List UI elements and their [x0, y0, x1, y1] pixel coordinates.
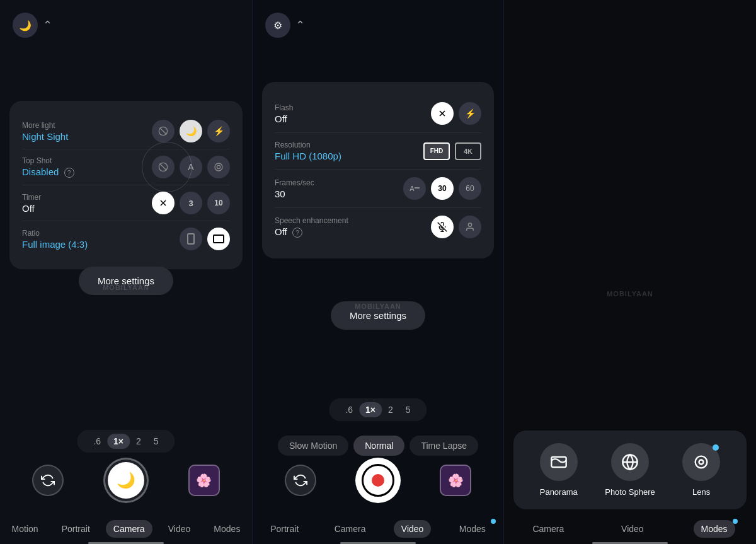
flash-value: Off — [275, 113, 431, 124]
timer-info: Timer Off — [22, 193, 41, 214]
resolution-label: Resolution — [275, 141, 423, 149]
video-shutter-button[interactable] — [355, 458, 401, 503]
gallery-thumbnail-p2[interactable]: 🌸 — [440, 465, 471, 496]
panorama-label: Panorama — [540, 487, 578, 497]
svg-rect-12 — [415, 187, 420, 188]
resolution-icons: FHD 4K — [423, 142, 481, 160]
video-mode-selector: Slow Motion Normal Time Lapse — [253, 436, 503, 456]
flash-off-icon[interactable] — [431, 102, 454, 125]
lens-label: Lens — [692, 487, 710, 497]
zoom-06-p1[interactable]: .6 — [87, 434, 107, 449]
zoom-2-p1[interactable]: 2 — [130, 434, 147, 449]
nav-modes-p2[interactable]: Modes — [452, 520, 493, 538]
top-shot-value: Disabled ? — [22, 166, 74, 178]
speech-off-icon[interactable] — [431, 216, 454, 238]
camera-controls-p1: 🌙 🌸 — [0, 458, 252, 503]
flash-on-icon[interactable]: ⚡ — [459, 102, 481, 125]
chevron-up-p2[interactable]: ⌃ — [295, 18, 305, 32]
top-bar-p2: ⚙ ⌃ — [265, 13, 305, 38]
zoom-5-p2[interactable]: 5 — [399, 402, 417, 417]
zoom-1x-p1[interactable]: 1× — [107, 434, 130, 449]
frames-label: Frames/sec — [275, 178, 403, 187]
gallery-thumbnail-p1[interactable]: 🌸 — [188, 465, 220, 496]
nav-video-p2[interactable]: Video — [394, 520, 432, 538]
normal-btn[interactable]: Normal — [353, 436, 404, 456]
nav-portrait-p2[interactable]: Portrait — [263, 520, 306, 538]
frames-60-icon[interactable]: 60 — [459, 177, 481, 200]
lens-mode-item[interactable]: Lens — [682, 443, 720, 497]
nav-camera-p3[interactable]: Camera — [525, 520, 571, 538]
nav-video-p1[interactable]: Video — [161, 520, 198, 538]
flash-info: Flash Off — [275, 103, 431, 124]
timer-label: Timer — [22, 193, 41, 202]
ratio-row: Ratio Full image (4:3) — [22, 221, 230, 257]
ratio-wide-icon[interactable] — [207, 228, 230, 250]
timer-10-icon[interactable]: 10 — [207, 192, 230, 214]
flash-label: Flash — [275, 103, 431, 112]
nav-modes-p3[interactable]: Modes — [694, 520, 735, 538]
no-flash-icon[interactable] — [152, 120, 175, 142]
top-shot-label: Top Shot — [22, 156, 74, 165]
moon-icon[interactable]: 🌙 — [180, 120, 202, 142]
panorama-mode-item[interactable]: Panorama — [540, 443, 578, 497]
chevron-up-p1[interactable]: ⌃ — [43, 18, 52, 32]
lens-dot — [713, 444, 719, 451]
top-shot-circle-icon[interactable] — [207, 156, 230, 178]
flash-row: Flash Off ⚡ — [275, 95, 481, 133]
speech-row: Speech enhancement Off ? — [275, 208, 481, 246]
timer-off-icon[interactable] — [152, 192, 175, 214]
speech-help[interactable]: ? — [292, 228, 302, 238]
zoom-5-p1[interactable]: 5 — [147, 434, 165, 449]
video-record-dot — [372, 474, 384, 487]
panel-camera: 🌙 ⌃ More light Night Sight 🌙 ⚡ Top Shot — [0, 0, 252, 544]
night-sight-icon[interactable]: 🌙 — [13, 13, 38, 38]
speech-value: Off ? — [275, 226, 431, 238]
more-light-row: More light Night Sight 🌙 ⚡ — [22, 113, 230, 149]
photo-sphere-mode-item[interactable]: Photo Sphere — [605, 443, 655, 497]
night-shutter-button[interactable]: 🌙 — [103, 458, 149, 503]
nav-camera-p2[interactable]: Camera — [327, 520, 374, 538]
flip-camera-button-p1[interactable] — [32, 465, 64, 496]
zoom-06-p2[interactable]: .6 — [339, 402, 359, 417]
timer-3-icon[interactable]: 3 — [180, 192, 202, 214]
nav-video-p3[interactable]: Video — [614, 520, 651, 538]
time-lapse-btn[interactable]: Time Lapse — [410, 436, 478, 456]
frames-30-icon[interactable]: 30 — [431, 177, 454, 200]
timer-row: Timer Off 3 10 — [22, 185, 230, 221]
photo-sphere-label: Photo Sphere — [605, 487, 655, 497]
nav-modes-p1[interactable]: Modes — [206, 520, 248, 538]
ratio-tall-icon[interactable] — [180, 228, 202, 250]
settings-icon-p2[interactable]: ⚙ — [265, 13, 290, 38]
frames-info: Frames/sec 30 — [275, 178, 403, 199]
video-settings-card: Flash Off ⚡ Resolution Full HD (1080p) F… — [262, 82, 494, 258]
zoom-2-p2[interactable]: 2 — [382, 402, 399, 417]
bottom-nav-p3: Camera Video Modes — [504, 520, 756, 538]
zoom-1x-p2[interactable]: 1× — [359, 402, 382, 417]
ratio-value: Full image (4:3) — [22, 239, 88, 250]
more-light-info: More light Night Sight — [22, 121, 68, 142]
lens-icon — [682, 443, 720, 481]
nav-motion-p1[interactable]: Motion — [4, 520, 46, 538]
bottom-nav-p1: Motion Portrait Camera Video Modes — [0, 520, 252, 538]
resolution-info: Resolution Full HD (1080p) — [275, 141, 423, 161]
speech-info: Speech enhancement Off ? — [275, 216, 431, 238]
svg-point-20 — [699, 460, 704, 465]
frames-auto-icon[interactable]: A — [403, 177, 426, 200]
speech-icons — [431, 216, 481, 238]
slow-motion-btn[interactable]: Slow Motion — [278, 436, 348, 456]
4k-icon[interactable]: 4K — [455, 142, 481, 160]
ratio-label: Ratio — [22, 229, 88, 238]
camera-controls-p2: 🌸 — [253, 458, 503, 503]
ratio-icons — [180, 228, 230, 250]
flash-icon[interactable]: ⚡ — [207, 120, 230, 142]
fhd-icon[interactable]: FHD — [423, 142, 450, 160]
panel-video: ⚙ ⌃ Flash Off ⚡ Resolution Full HD (1080… — [252, 0, 504, 544]
nav-portrait-p1[interactable]: Portrait — [54, 520, 98, 538]
nav-camera-p1[interactable]: Camera — [106, 520, 152, 538]
flip-camera-button-p2[interactable] — [285, 465, 316, 496]
top-shot-help[interactable]: ? — [64, 168, 74, 178]
panel-modes: MOBILYAAN Panorama Photo Sphere Lens Cam… — [504, 0, 756, 544]
zoom-bar-p2: .6 1× 2 5 — [329, 398, 427, 421]
speech-on-icon[interactable] — [459, 216, 481, 238]
ratio-info: Ratio Full image (4:3) — [22, 229, 88, 250]
